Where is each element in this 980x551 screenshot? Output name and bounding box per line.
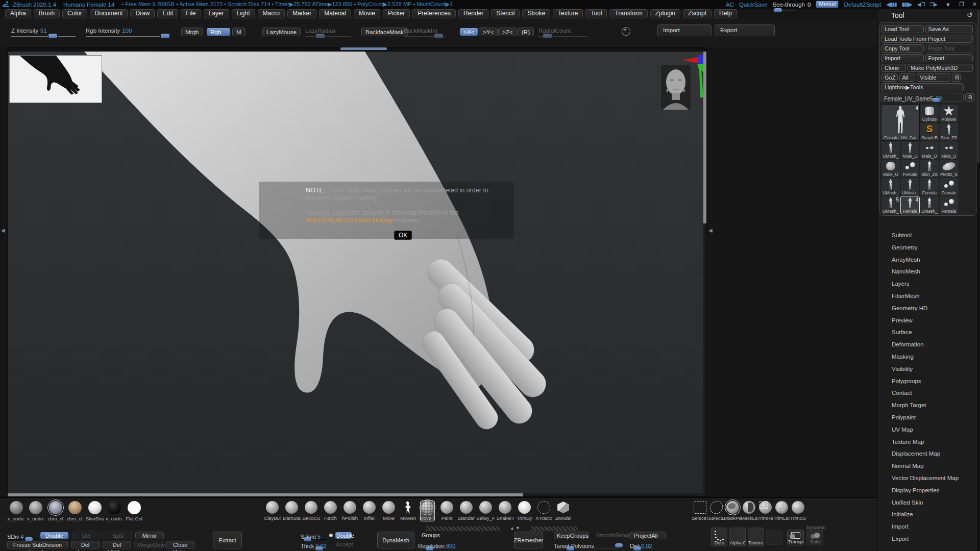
z-intensity-thumb[interactable]: [48, 33, 58, 39]
radialcount-thumb[interactable]: [543, 33, 552, 39]
double-extract-button[interactable]: Double: [335, 532, 352, 539]
tool-thumbnail[interactable]: UMesh_: [881, 141, 900, 159]
tool-section-item[interactable]: Polypaint: [879, 412, 977, 424]
tool-section-item[interactable]: Subtool: [879, 230, 977, 242]
tool-section-item[interactable]: Geometry: [879, 242, 977, 254]
material-item[interactable]: x_undo:: [8, 501, 24, 521]
tray-resize-hatch[interactable]: [426, 527, 500, 531]
tool-panel-button[interactable]: Export: [925, 54, 973, 62]
restore-icon[interactable]: ❐: [959, 1, 964, 8]
tool-panel-button[interactable]: Import: [881, 54, 924, 62]
z-intensity-slider[interactable]: Z Intensity51: [11, 26, 76, 38]
material-item[interactable]: SkinSha: [87, 501, 103, 521]
tool-r-button[interactable]: R: [965, 93, 974, 102]
canvas-hscrollbar[interactable]: [8, 493, 707, 496]
menu-item[interactable]: Preferences: [412, 9, 456, 18]
brush-item[interactable]: Move: [382, 501, 396, 521]
tool-section-item[interactable]: Geometry HD: [879, 303, 977, 315]
material-item[interactable]: x_undo:: [28, 501, 44, 521]
brush-item[interactable]: hPolish: [343, 501, 357, 521]
shelf-export-button[interactable]: Export: [715, 24, 775, 36]
brush-item[interactable]: Selwy_F: [479, 501, 493, 521]
zremesher-button[interactable]: ZRemesher: [514, 532, 543, 548]
tool-thumbnail[interactable]: Female: [940, 178, 958, 195]
tool-panel-button[interactable]: GoZ: [881, 73, 898, 82]
tool-thumbnail[interactable]: UMesh_: [901, 178, 919, 195]
defaultzscript-button[interactable]: DefaultZScript: [844, 2, 881, 8]
target-polygons-slider[interactable]: Target Polygons Count20: [554, 541, 618, 548]
see-through-thumb[interactable]: [774, 8, 782, 12]
canvas-hscrollbar-thumb[interactable]: [8, 493, 523, 496]
menu-item[interactable]: File: [181, 9, 201, 18]
menu-item[interactable]: Movie: [354, 9, 380, 18]
tool-thumbnail[interactable]: UMesh_: [920, 196, 939, 214]
tool-panel-button[interactable]: Load Tools From Project: [881, 35, 973, 43]
menu-item[interactable]: Marker: [287, 9, 316, 18]
tool-thumbnail[interactable]: Male_U: [881, 160, 900, 177]
shelf-import-button[interactable]: Import: [657, 24, 712, 36]
tool-thumbnail[interactable]: Female: [901, 160, 919, 177]
stroke-dots-button[interactable]: Dots: [711, 528, 727, 546]
sym-y-button[interactable]: >Y<: [479, 28, 498, 36]
tool-panel-button[interactable]: Save As: [925, 25, 973, 33]
tool-section-item[interactable]: Visibility: [879, 363, 977, 375]
tool-section-item[interactable]: Displacement Map: [879, 448, 977, 460]
tool-thumbnail[interactable]: Skin_ZS: [940, 123, 958, 140]
ssmt-slider[interactable]: S Smt5: [301, 532, 327, 539]
current-texture-button[interactable]: Texture Off: [748, 528, 764, 546]
lazyradius-thumb[interactable]: [315, 33, 325, 39]
tool-thumbnail[interactable]: Male_U: [940, 141, 958, 159]
tool-panel-button[interactable]: Clone: [881, 64, 906, 72]
tool-panel-button[interactable]: Visible: [917, 73, 950, 82]
tool-panel-button[interactable]: Lightbox▶Tools: [881, 83, 964, 91]
resolution-slider[interactable]: Resolution800: [418, 541, 456, 548]
freeze-subdivision-button[interactable]: Freeze SubDivision Levels: [7, 541, 68, 548]
menus-button[interactable]: Menus: [816, 1, 839, 8]
see-through-slider[interactable]: See-through 0: [773, 2, 811, 8]
left-tray-toggle-icon[interactable]: ◀: [1, 228, 5, 233]
tool-thumbnail[interactable]: Skin_ZS: [920, 160, 939, 177]
tool-section-item[interactable]: Export: [879, 533, 977, 545]
tool-section-item[interactable]: Initialize: [879, 509, 977, 521]
brush-item[interactable]: Hatch: [324, 501, 337, 521]
tool-section-item[interactable]: Preview: [879, 315, 977, 327]
tool-panel-button[interactable]: Copy Tool: [881, 44, 924, 53]
tool-thumbnail[interactable]: Cylinde: [920, 105, 939, 122]
material-item[interactable]: Flat Col: [126, 501, 142, 521]
canvas-vscrollbar-thumb[interactable]: [703, 52, 706, 223]
brush-item[interactable]: Inflat: [362, 501, 376, 521]
backfacemask-button[interactable]: BackfaceMask: [361, 28, 408, 36]
resolution-thumb[interactable]: [426, 546, 433, 550]
double-button[interactable]: Double: [40, 532, 69, 539]
tool-section-item[interactable]: Contact: [879, 387, 977, 399]
mirror-button[interactable]: Mirror: [135, 532, 164, 539]
select-tool-item[interactable]: SelectL: [709, 501, 723, 521]
select-tool-item[interactable]: SelectR: [693, 501, 707, 521]
menu-item[interactable]: Tool: [585, 9, 607, 18]
menu-item[interactable]: Stencil: [491, 9, 520, 18]
menu-item[interactable]: Picker: [383, 9, 410, 18]
m-button[interactable]: M: [232, 28, 246, 36]
dock-scrollbar-thumb[interactable]: [977, 10, 979, 163]
brush-item[interactable]: Paint: [440, 501, 454, 521]
del-higher-button[interactable]: Del Higher: [72, 532, 101, 539]
tool-panel-button[interactable]: Make PolyMesh3D: [908, 64, 973, 72]
rgb-button[interactable]: Rgb: [206, 28, 231, 36]
extract-button[interactable]: Extract: [213, 532, 242, 548]
tool-section-item[interactable]: Layers: [879, 278, 977, 290]
select-tool-item[interactable]: TrimRe: [758, 501, 772, 521]
backmaskint-thumb[interactable]: [434, 33, 444, 39]
select-tool-item[interactable]: TrimLa:: [775, 501, 789, 521]
solo-button[interactable]: Solo: [806, 530, 823, 545]
close-holes-button[interactable]: Close Holes: [166, 541, 194, 548]
del-hidden-button[interactable]: Del Hidden: [103, 541, 131, 548]
tool-thumbnail[interactable]: UMesh_: [881, 178, 900, 195]
mrgb-button[interactable]: Mrgb: [181, 28, 203, 36]
menu-item[interactable]: Render: [458, 9, 488, 18]
menu-item[interactable]: Light: [232, 9, 255, 18]
tool-thumbnail[interactable]: Male_U: [901, 141, 919, 159]
menu-item[interactable]: Zscript: [683, 9, 712, 18]
menu-item[interactable]: Texture: [553, 9, 583, 18]
tool-thumbnail[interactable]: 4 Female: [901, 196, 919, 214]
brush-item[interactable]: TrimDy: [518, 501, 531, 521]
